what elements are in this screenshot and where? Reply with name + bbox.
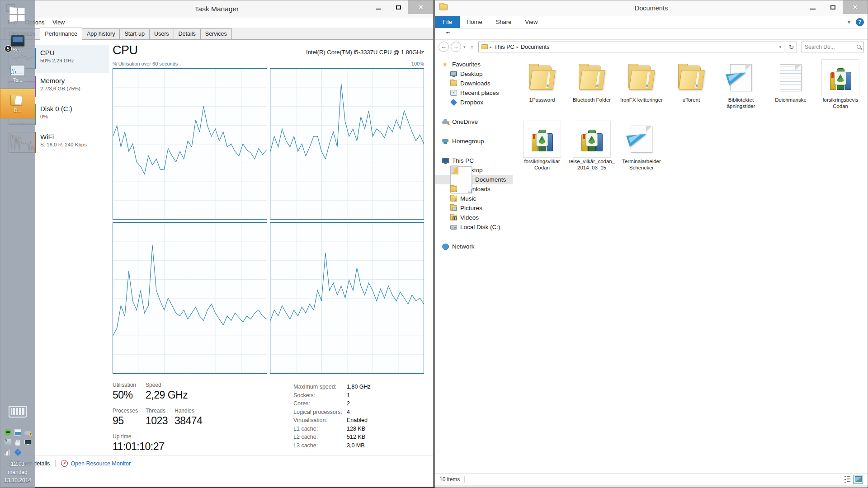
signal-bars-icon[interactable] xyxy=(5,449,11,455)
music-folder-icon xyxy=(450,196,457,202)
address-dropdown-icon[interactable]: ▾ xyxy=(779,45,782,49)
nav-favourites[interactable]: ★Favourites xyxy=(435,60,513,69)
dropbox-icon xyxy=(450,99,457,106)
cpu-graph-core2[interactable] xyxy=(270,68,425,220)
ribbon-tab-file[interactable]: File xyxy=(435,16,460,28)
details-view-button[interactable] xyxy=(842,476,850,483)
ribbon-tab-share[interactable]: Share xyxy=(489,16,519,28)
cpu-graph-core1[interactable] xyxy=(113,68,267,220)
tab-services[interactable]: Services xyxy=(200,28,232,39)
nav-pc-downloads[interactable]: Downloads xyxy=(435,184,513,194)
disk-detail: 0% xyxy=(40,114,72,119)
refresh-button[interactable]: ↻ xyxy=(786,42,797,52)
dropbox-tray-icon[interactable] xyxy=(14,449,21,456)
recent-locations-icon[interactable]: ▾ xyxy=(463,45,466,49)
spec-label: L1 cache: xyxy=(293,425,347,433)
nav-pc-music[interactable]: Music xyxy=(435,194,513,203)
money-app-icon[interactable] xyxy=(5,439,11,446)
file-item[interactable]: Terminalarbeider Schencker xyxy=(617,120,666,182)
tab-details[interactable]: Details xyxy=(174,28,201,39)
search-input[interactable] xyxy=(805,44,857,50)
touch-keyboard-icon[interactable] xyxy=(9,406,27,418)
open-resource-monitor-link[interactable]: Open Resource Monitor xyxy=(61,460,131,467)
nav-onedrive[interactable]: OneDrive xyxy=(435,117,513,127)
maximize-button[interactable] xyxy=(388,0,408,14)
nav-fav-desktop[interactable]: Desktop xyxy=(435,69,513,79)
nav-pc-videos[interactable]: Videos xyxy=(435,213,513,222)
spec-value: 1,80 GHz xyxy=(347,383,371,391)
navigation-pane: ★Favourites Desktop Downloads Recent pla… xyxy=(435,54,513,473)
file-item[interactable]: forsikringsvilkar Codan xyxy=(517,120,567,182)
tab-performance[interactable]: Performance xyxy=(40,28,82,39)
file-item[interactable]: Bluetooth Folder xyxy=(567,59,617,120)
nav-pc-documents[interactable]: Documents xyxy=(435,175,513,184)
maximize-button[interactable] xyxy=(823,0,843,14)
taskbar-app-task-manager[interactable]: Ta... xyxy=(0,59,35,89)
nav-homegroup[interactable]: Homegroup xyxy=(435,136,513,146)
tray-app-icon[interactable] xyxy=(14,429,21,436)
tab-users[interactable]: Users xyxy=(149,28,174,39)
expand-ribbon-icon[interactable]: ▾ xyxy=(848,19,850,25)
document-plane-icon xyxy=(631,126,652,153)
disk-label: Disk 0 (C:) xyxy=(40,104,72,113)
up-button[interactable]: ↑ xyxy=(468,43,476,51)
taskbar-clock[interactable]: 12:03 mandag 13.10.2014 xyxy=(0,460,35,488)
homegroup-icon xyxy=(442,138,449,144)
nav-fav-dropbox[interactable]: Dropbox xyxy=(435,98,513,107)
cpu-graph-core3[interactable] xyxy=(113,222,267,374)
close-button[interactable]: ✕ xyxy=(843,0,868,14)
file-item[interactable]: forsikringsbevis Codan xyxy=(816,59,865,120)
ribbon-tab-view[interactable]: View xyxy=(518,16,544,28)
breadcrumb-documents[interactable]: Documents xyxy=(521,44,549,50)
file-name: Terminalarbeider Schencker xyxy=(618,158,665,171)
help-icon[interactable]: ? xyxy=(856,18,864,26)
file-item[interactable]: uTorent xyxy=(666,59,716,120)
file-item[interactable]: 1Password xyxy=(517,59,567,120)
nav-network[interactable]: Network xyxy=(435,242,513,251)
start-button[interactable] xyxy=(0,0,35,29)
spotify-icon[interactable] xyxy=(5,429,11,436)
file-item[interactable]: reise_vilkår_codan_2014_03_15 xyxy=(567,120,617,182)
menu-view[interactable]: View xyxy=(52,19,65,26)
search-box[interactable] xyxy=(802,42,864,52)
spec-value: Enabled xyxy=(347,416,368,425)
cpu-graph-core4[interactable] xyxy=(270,222,425,374)
star-icon: ★ xyxy=(442,61,449,67)
handles-value: 38474 xyxy=(175,415,202,427)
ribbon-tab-home[interactable]: Home xyxy=(460,16,489,28)
onedrive-warning-icon[interactable] xyxy=(24,431,31,435)
quick-access-toolbar-icon[interactable] xyxy=(446,32,450,36)
file-item[interactable]: Bibliotektet åpningstider xyxy=(716,59,766,120)
videos-folder-icon xyxy=(450,215,457,221)
breadcrumb-folder-icon xyxy=(481,44,488,49)
nav-fav-downloads[interactable]: Downloads xyxy=(435,79,513,88)
forward-button[interactable]: → xyxy=(451,42,461,52)
taskbar-app-processes[interactable]: 5 Se... xyxy=(0,29,35,59)
tab-app-history[interactable]: App history xyxy=(82,28,120,39)
file-item[interactable]: IronFX kvitteringer xyxy=(617,59,666,120)
spec-value: 512 KB xyxy=(347,433,365,441)
breadcrumb[interactable]: ▸ This PC ▸ Documents ▾ xyxy=(478,42,784,52)
search-icon[interactable] xyxy=(857,45,861,49)
tab-start-up[interactable]: Start-up xyxy=(119,28,149,39)
breadcrumb-this-pc[interactable]: This PC xyxy=(494,44,514,50)
unlock-icon[interactable] xyxy=(15,441,20,446)
nav-this-pc[interactable]: This PC xyxy=(435,156,513,165)
nav-pc-local-disk[interactable]: Local Disk (C:) xyxy=(435,222,513,232)
nav-pc-pictures[interactable]: Pictures xyxy=(435,203,513,213)
back-button[interactable]: ← xyxy=(439,42,449,52)
display-icon[interactable] xyxy=(24,440,31,444)
minimize-button[interactable] xyxy=(803,0,823,14)
threads-label: Threads xyxy=(146,408,175,414)
minimize-button[interactable] xyxy=(368,0,388,14)
explorer-titlebar[interactable]: Documents ✕ xyxy=(435,0,868,16)
downloads-folder-icon xyxy=(450,186,457,192)
nav-fav-recent-places[interactable]: Recent places xyxy=(435,88,513,98)
task-manager-titlebar[interactable]: Task Manager ✕ xyxy=(0,0,433,18)
close-button[interactable]: ✕ xyxy=(408,0,433,14)
taskbar-app-documents[interactable]: D... xyxy=(0,89,35,118)
nav-pc-desktop[interactable]: Desktop xyxy=(435,165,513,175)
file-item[interactable]: Deichmanske xyxy=(766,59,816,120)
large-icons-view-button[interactable] xyxy=(853,475,863,484)
close-icon: ✕ xyxy=(852,3,858,11)
